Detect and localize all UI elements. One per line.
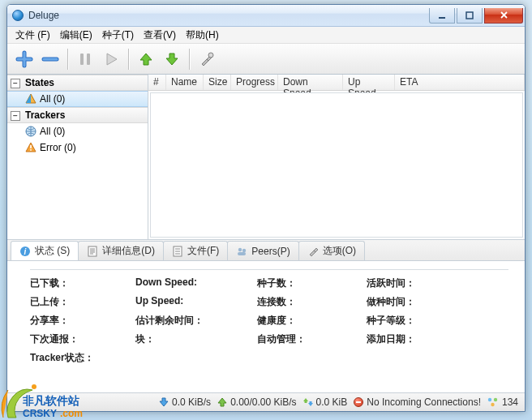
col-up[interactable]: Up Speed [343,75,395,90]
col-num[interactable]: # [148,75,166,90]
preferences-button[interactable] [195,47,219,71]
dht-icon [487,397,499,407]
svg-point-16 [494,398,497,401]
label-uploaded: 已上传： [30,295,135,309]
minus-icon [41,49,60,69]
tab-files[interactable]: 文件(F) [163,241,228,260]
status-protocol[interactable]: 0.0 KiB [303,396,348,408]
label-next-announce: 下次通报： [30,332,135,346]
column-headers: # Name Size Progress Down Speed Up Speed… [148,75,525,91]
tools-icon [199,51,215,67]
deluge-app-icon [12,10,24,21]
svg-rect-14 [238,252,246,255]
svg-point-12 [238,247,242,251]
label-down-speed: Down Speed: [135,276,257,290]
menu-edit[interactable]: 编辑(E) [55,27,97,44]
status-connection-warning[interactable]: No Incoming Connections! [354,396,481,408]
label-active: 活跃时间： [367,276,472,290]
app-window: Deluge 文件 (F) 编辑(E) 种子(T) 查看(V) 帮助(H) [6,4,526,412]
torrent-list: # Name Size Progress Down Speed Up Speed… [148,75,525,239]
col-eta[interactable]: ETA [395,75,525,90]
label-ratio: 分享率： [30,314,135,328]
all-states-icon [25,93,36,105]
svg-point-17 [491,403,494,406]
options-icon [307,246,319,257]
collapse-icon[interactable]: − [11,79,20,88]
status-down-rate[interactable]: 0.0 KiB/s [159,396,211,408]
label-seeds: 种子数： [257,276,367,290]
sidebar-trackers-error[interactable]: Error (0) [7,139,148,156]
menu-view[interactable]: 查看(V) [139,27,181,44]
queue-up-button[interactable] [134,47,158,71]
maximize-button[interactable] [457,8,483,24]
status-dht[interactable]: 134 [487,396,518,408]
svg-point-4 [208,53,213,58]
sidebar-states-all[interactable]: All (0) [7,91,148,107]
remove-torrent-button[interactable] [38,47,62,71]
down-speed-icon [159,397,169,407]
col-down[interactable]: Down Speed [278,75,343,90]
svg-rect-2 [80,54,84,65]
status-pane: 已下载： Down Speed: 种子数： 活跃时间： 已上传： Up Spee… [7,261,525,383]
warning-icon [25,142,36,153]
arrow-up-icon [138,51,154,67]
globe-icon [25,126,36,137]
sidebar-states-header[interactable]: − States [7,75,148,91]
label-pieces: 块： [135,332,257,346]
col-name[interactable]: Name [166,75,204,90]
col-size[interactable]: Size [204,75,231,90]
tab-details[interactable]: 详细信息(D) [78,241,164,260]
status-up-rate[interactable]: 0.00/0.00 KiB/s [217,396,296,408]
svg-rect-3 [87,54,90,65]
label-tracker-status: Tracker状态： [30,351,135,365]
sidebar: − States All (0) − Trackers All (0) Erro… [7,75,148,239]
label-health: 健康度： [257,314,367,328]
label-downloaded: 已下载： [30,276,135,290]
menu-file[interactable]: 文件 (F) [11,27,55,44]
svg-text:i: i [24,247,27,256]
protocol-traffic-icon [303,397,313,407]
svg-rect-10 [88,246,97,256]
play-icon [103,51,119,67]
close-button[interactable] [484,8,523,24]
svg-rect-7 [30,149,32,151]
col-progress[interactable]: Progress [231,75,278,90]
detail-tabs: i 状态 (S) 详细信息(D) 文件(F) Peers(P) 选项(O) [7,240,525,261]
peers-icon [236,246,247,257]
menu-help[interactable]: 帮助(H) [181,27,224,44]
menu-torrent[interactable]: 种子(T) [97,27,139,44]
label-auto: 自动管理： [257,332,367,346]
pause-button[interactable] [73,47,97,71]
no-entry-icon [354,397,363,407]
pause-icon [77,51,93,67]
tab-status[interactable]: i 状态 (S) [11,241,79,260]
label-seeding: 做种时间： [367,295,472,309]
tab-peers[interactable]: Peers(P) [227,241,298,260]
label-eta: 估计剩余时间： [135,314,257,328]
label-added: 添加日期： [367,332,472,346]
label-peers: 连接数： [257,295,367,309]
minimize-button[interactable] [429,8,455,24]
file-icon [172,246,183,257]
statusbar: 0.0 KiB/s 0.00/0.00 KiB/s 0.0 KiB No Inc… [7,392,525,411]
toolbar [7,44,525,75]
titlebar[interactable]: Deluge [7,5,525,27]
label-up-speed: Up Speed: [135,295,257,309]
arrow-down-icon [164,51,180,67]
svg-rect-1 [466,12,473,19]
queue-down-button[interactable] [160,47,184,71]
window-title: Deluge [28,10,59,21]
menubar: 文件 (F) 编辑(E) 种子(T) 查看(V) 帮助(H) [7,27,525,44]
torrent-list-body[interactable] [150,92,523,238]
sidebar-trackers-all[interactable]: All (0) [7,123,148,139]
add-torrent-button[interactable] [12,47,36,71]
tab-options[interactable]: 选项(O) [298,241,365,260]
collapse-icon[interactable]: − [11,111,20,121]
svg-point-15 [488,398,491,401]
svg-rect-6 [30,145,32,148]
sidebar-trackers-header[interactable]: − Trackers [7,107,148,123]
svg-rect-0 [439,17,445,19]
details-icon [87,246,98,257]
label-rank: 种子等级： [367,314,472,328]
resume-button[interactable] [99,47,123,71]
